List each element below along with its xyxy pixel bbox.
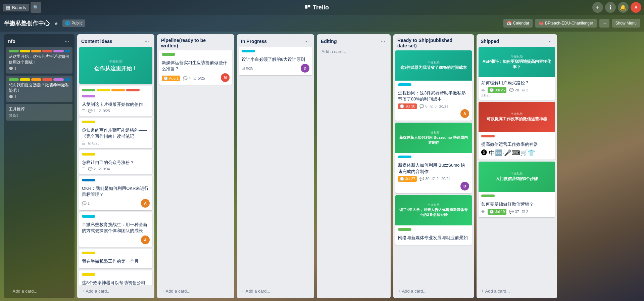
list-item[interactable]: 从复制这卡片模版开始你的创作！ ☰ 💬 1 ☑ 0/25: [79, 86, 152, 116]
add-card-shipped[interactable]: + Add a card...: [479, 287, 555, 296]
card-avatar: M: [221, 73, 230, 82]
add-card-in-progress[interactable]: + Add a card...: [239, 287, 312, 296]
add-button[interactable]: +: [592, 2, 603, 13]
card-labels: [82, 153, 150, 158]
list-editing: Editing ··· Add a card...: [317, 34, 391, 298]
list-item[interactable]: 设计小白必须了解的6大设计原则 ☑ 0/25 D: [239, 47, 312, 75]
list-menu-shipped[interactable]: ···: [546, 38, 553, 45]
add-card-content-ideas[interactable]: + Add a card...: [79, 287, 152, 296]
card-avatar: A: [141, 199, 150, 208]
add-card-info[interactable]: + Add a card...: [6, 287, 72, 296]
list-item[interactable]: 我在半撇私塾工作的第一个月: [79, 249, 152, 268]
add-icon: +: [481, 289, 484, 294]
list-item[interactable]: 半撇私塾 读了4年大学，过来人告诉你选择新媒体专业的3条必须经验 网络与新媒体专…: [395, 195, 472, 245]
card-body: 如何零基础做好微信营销？ 👁 🕐 Jul 19 💬 37 ☑ 2: [479, 192, 555, 217]
show-menu-button[interactable]: Show Menu: [612, 19, 640, 28]
label-red: [481, 135, 495, 137]
list-item[interactable]: 半撇私塾 创作从这里开始！: [79, 47, 152, 84]
github-label: BPteach-EDU-Chanllenger: [545, 21, 593, 26]
list-item[interactable]: 半撇私塾 入门微信营销的3个步骤 如何零基础做好微信营销？ 👁 🕐 Jul 19…: [479, 162, 555, 217]
list-item[interactable]: 半撇私塾 可以提高工作效率的微信运营神器 提高微信运营工作效率的神器 🅢 中🔤·…: [479, 102, 555, 160]
calendar-button[interactable]: 📅 Calendar: [503, 19, 533, 28]
label-green: [9, 50, 19, 52]
list-menu-content-ideas[interactable]: ···: [143, 38, 150, 45]
cover-subtitle: 半撇私塾: [511, 54, 523, 59]
list-item[interactable]: 半撇私塾 这3件武器为我节省了80%的时间成本 远程协同：这3件武器帮助半撇私塾…: [395, 50, 472, 121]
info-button[interactable]: ℹ: [605, 2, 616, 13]
board-title: 半撇私塾创作中心: [4, 19, 50, 27]
card-check-count: ☑ 0/25: [242, 66, 253, 71]
label-cyan: [398, 156, 411, 158]
card-labels: [481, 195, 552, 199]
list-item[interactable]: 半撇私塾 AEP潮斗：如何更聪明地提高内容转化率？ 如何理解用户购买路径？ 👁 …: [479, 47, 555, 100]
notification-button[interactable]: 🔔: [618, 2, 629, 13]
list-menu-info[interactable]: ···: [63, 38, 70, 45]
globe-icon: 🌐: [65, 21, 70, 26]
more-button[interactable]: ···: [599, 19, 609, 28]
visibility-label: Public: [71, 21, 83, 26]
card-progress: 20/24: [441, 177, 451, 181]
list-menu-in-progress[interactable]: ···: [303, 38, 310, 45]
list-item[interactable]: 你知道的写作步骤可能是错的——《完全写作指南》读书笔记 ☰ ☑ 0/25: [79, 118, 152, 148]
list-menu-pipeline[interactable]: ···: [223, 39, 230, 47]
card-cover: 半撇私塾 这3件武器为我节省了80%的时间成本: [395, 50, 472, 81]
card-body: 远程协同：这3件武器帮助半撇私塾节省了80%的时间成本 🕐 Jul 30 💬 6…: [395, 81, 472, 121]
add-card-ready-to-ship[interactable]: + Add a card...: [395, 287, 472, 296]
card-comment-count: 💬 4: [183, 76, 191, 81]
list-shipped: Shipped ··· 半撇私塾 AEP潮斗：如何更聪明地提高内容转化率？ 如何…: [477, 34, 557, 298]
add-label: Add a card...: [86, 289, 111, 294]
board-content: nfo ··· 从这里开始：这张卡片告诉你如何使用这个面板！ 💬 1: [0, 32, 644, 301]
add-label: Add a card...: [13, 289, 38, 294]
card-footer: A: [82, 235, 150, 244]
visibility-button[interactable]: 🌐 Public: [62, 19, 85, 27]
label-purple: [82, 95, 95, 97]
card-due-date: 🕐 Jul 27: [398, 176, 417, 182]
label-purple: [53, 78, 63, 81]
list-item[interactable]: 想向我们提交选题？微墙@半撇私塾吧！ 💬 1: [6, 76, 72, 102]
card-footer: 💬 1 A: [82, 199, 150, 208]
github-button[interactable]: 🐙 BPteach-EDU-Chanllenger: [535, 19, 596, 28]
card-title: 半撇私塾教育挑战生：用一种全新的方式去探索个体和团队的成长: [82, 222, 150, 234]
cover-subtitle: 半撇私塾: [428, 60, 440, 65]
add-label: Add a card...: [166, 289, 191, 294]
list-item[interactable]: 怎样让自己的公众号涨粉？ ☰ 💬 2 ☑ 0/34: [79, 150, 152, 174]
list-content-ideas: Content ideas ··· 半撇私塾 创作从这里开始！: [77, 34, 154, 298]
card-labels: [9, 50, 70, 52]
card-check-count: ☑ 3: [430, 104, 437, 109]
add-card-pipeline[interactable]: + Add a card...: [159, 287, 232, 296]
boards-button[interactable]: ▦ Boards: [3, 4, 29, 11]
card-footer: ☑ 0/25 D: [242, 64, 309, 73]
star-button[interactable]: ★: [54, 20, 58, 27]
list-item[interactable]: 半撇私塾 新媒体新人如何利用 Buzzsumo 快速成内容制作 新媒体新人如何利…: [395, 123, 472, 193]
card-meta: 🕐 Jul 30 💬 6 ☑ 3 20/25: [398, 103, 469, 109]
list-item[interactable]: 新媒体运营实习生应该提前做些什么准备？ 🕐 Aug 1 💬 4 ☑ 5/25 M: [159, 50, 232, 85]
list-cards-shipped: 半撇私塾 AEP潮斗：如何更聪明地提高内容转化率？ 如何理解用户购买路径？ 👁 …: [477, 47, 557, 285]
calendar-label: Calendar: [513, 21, 530, 26]
label-blue: [65, 78, 70, 81]
list-item[interactable]: 工具推荐 ☑ 0/1: [6, 104, 72, 121]
list-item[interactable]: 这8个效率神器可以帮助初创公司节省80%的时间成本: [79, 270, 152, 285]
card-footer: D: [398, 182, 469, 190]
card-body: 网络与新媒体专业发展与就业前景如: [395, 225, 472, 245]
card-title: 你知道的写作步骤可能是错的——《完全写作指南》读书笔记: [82, 127, 150, 139]
card-cover: 半撇私塾 新媒体新人如何利用 Buzzsumo 快速成内容制作: [395, 123, 472, 153]
list-item[interactable]: OKR：我们是如何利用OKR来进行目标管理？ 💬 1 A: [79, 176, 152, 210]
card-labels: [398, 83, 469, 88]
list-in-progress: In Progress ··· 设计小白必须了解的6大设计原则 ☑ 0/25 D…: [237, 34, 314, 298]
cover-content: 半撇私塾 创作从这里开始！: [94, 59, 137, 72]
cover-subtitle: 半撇私塾: [511, 172, 523, 176]
list-cards-editing: Add a card...: [317, 47, 391, 298]
list-item[interactable]: 从这里开始：这张卡片告诉你如何使用这个面板！ 💬 1: [6, 47, 72, 74]
more-label: ···: [603, 21, 606, 26]
list-menu-ready-to-ship[interactable]: ···: [463, 39, 470, 47]
list-item[interactable]: 半撇私塾教育挑战生：用一种全新的方式去探索个体和团队的成长 A: [79, 212, 152, 247]
card-body: 如何理解用户购买路径？ 👁 🕐 Jul 25 💬 28 ☑ 2 21/25: [479, 77, 555, 100]
add-card-editing-top[interactable]: Add a card...: [319, 47, 349, 56]
avatar[interactable]: A: [631, 2, 641, 13]
search-button[interactable]: 🔍: [31, 2, 41, 13]
card-footer: A: [398, 109, 469, 118]
list-menu-editing[interactable]: ···: [380, 38, 387, 45]
list-cards-info: 从这里开始：这张卡片告诉你如何使用这个面板！ 💬 1 想向我们提交选题？微墙@半…: [4, 47, 75, 285]
list-title-ready-to-ship: Ready to Ship(published date set): [397, 38, 463, 48]
list-title-info: nfo: [8, 39, 63, 44]
